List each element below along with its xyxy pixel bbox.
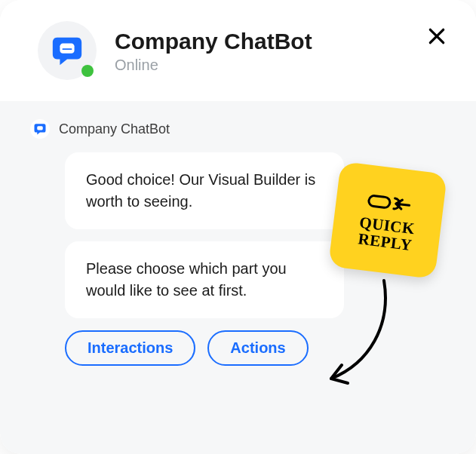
chatbot-icon xyxy=(50,33,84,68)
bot-avatar xyxy=(38,21,97,80)
annotation-sticker: QUICK REPLY xyxy=(328,161,447,279)
message-bubble: Good choice! Our Visual Builder is worth… xyxy=(65,152,344,229)
sender-avatar xyxy=(30,119,50,139)
chat-body: Company ChatBot Good choice! Our Visual … xyxy=(0,101,476,454)
sender-name: Company ChatBot xyxy=(59,121,170,137)
status-online-dot xyxy=(81,65,94,77)
chat-widget: Company ChatBot Online Company ChatBot G… xyxy=(0,0,476,454)
bot-title: Company ChatBot xyxy=(115,28,404,55)
chat-header: Company ChatBot Online xyxy=(0,0,476,101)
quick-reply-actions[interactable]: Actions xyxy=(207,330,308,366)
svg-rect-0 xyxy=(368,195,390,208)
annotation-text: QUICK REPLY xyxy=(357,213,416,253)
message-bubble: Please choose which part you would like … xyxy=(65,241,344,318)
close-button[interactable] xyxy=(422,21,452,51)
bot-status: Online xyxy=(115,57,404,74)
close-icon xyxy=(427,26,447,46)
quick-reply-glyph-icon xyxy=(366,191,413,216)
sender-row: Company ChatBot xyxy=(30,119,446,139)
chatbot-icon xyxy=(33,122,47,136)
header-title-block: Company ChatBot Online xyxy=(115,28,404,74)
quick-reply-row: Interactions Actions xyxy=(65,330,446,366)
quick-reply-interactions[interactable]: Interactions xyxy=(65,330,195,366)
